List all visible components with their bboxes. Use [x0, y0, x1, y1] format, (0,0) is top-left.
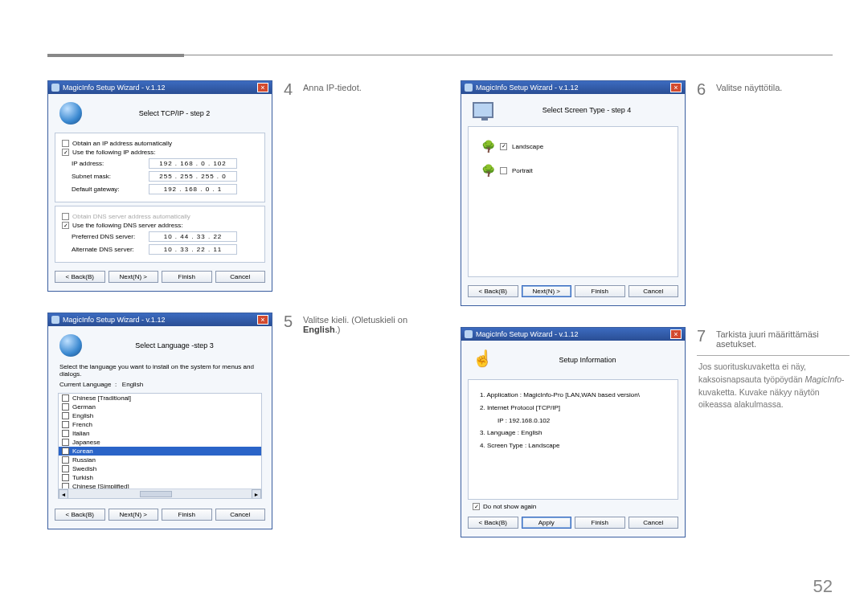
language-label: Turkish — [72, 474, 93, 481]
note-part1: Jos suorituskuvaketta ei näy, kaksoisnap… — [698, 362, 806, 384]
finish-button[interactable]: Finish — [162, 271, 212, 283]
step5-c: .) — [335, 325, 341, 334]
use-ip-row[interactable]: Use the following IP address: — [62, 149, 258, 156]
info-screen-type: 4. Screen Type : Landscape — [480, 441, 666, 452]
apply-button[interactable]: Apply — [522, 517, 572, 529]
tree-icon: 🌳 — [481, 164, 495, 177]
tree-icon: 🌳 — [481, 140, 495, 153]
language-option[interactable]: English — [59, 411, 261, 420]
window-title: MagicInfo Setup Wizard - v.1.12 — [476, 330, 578, 338]
step-number: 5 — [284, 313, 295, 539]
language-label: Russian — [72, 456, 96, 464]
checkbox-icon — [62, 447, 69, 455]
pref-dns-label: Preferred DNS server: — [72, 233, 149, 240]
step-4-caption: 4 Anna IP-tiedot. — [284, 80, 444, 301]
close-button[interactable]: × — [257, 315, 268, 325]
language-option[interactable]: Swedish — [59, 464, 261, 473]
titlebar: MagicInfo Setup Wizard - v.1.12 × — [461, 81, 685, 94]
footnote: Jos suorituskuvaketta ei näy, kaksoisnap… — [697, 355, 850, 411]
portrait-option[interactable]: 🌳 Portrait — [481, 164, 669, 177]
window-setup-info: MagicInfo Setup Wizard - v.1.12 × ☝ Setu… — [461, 327, 686, 537]
cancel-button[interactable]: Cancel — [215, 509, 266, 521]
panel-title: Select Screen Type - step 4 — [500, 106, 674, 114]
scroll-left-button[interactable]: ◄ — [59, 489, 68, 499]
use-dns-label: Use the following DNS server address: — [72, 222, 182, 229]
step5-b: English — [303, 325, 335, 334]
dont-show-label: Do not show again — [483, 503, 536, 510]
auto-ip-row[interactable]: Obtain an IP address automatically — [62, 140, 258, 147]
language-option[interactable]: German — [59, 403, 261, 411]
pref-dns-row: Preferred DNS server: 10 . 44 . 33 . 22 — [72, 231, 258, 242]
gateway-field[interactable]: 192 . 168 . 0 . 1 — [149, 184, 237, 194]
alt-dns-field[interactable]: 10 . 33 . 22 . 11 — [149, 244, 237, 255]
language-option[interactable]: French — [59, 420, 261, 429]
titlebar: MagicInfo Setup Wizard - v.1.12 × — [48, 81, 272, 94]
step-text: Anna IP-tiedot. — [303, 80, 444, 301]
panel-header: Select Language -step 3 — [51, 329, 268, 362]
checkbox-icon — [500, 143, 507, 150]
close-button[interactable]: × — [670, 329, 682, 339]
button-row: < Back(B) Next(N) > Finish Cancel — [51, 504, 268, 525]
step-text: Valitse kieli. (Oletuskieli on English.) — [303, 313, 444, 539]
subnet-field[interactable]: 255 . 255 . 255 . 0 — [149, 171, 237, 182]
back-button[interactable]: < Back(B) — [468, 517, 518, 529]
panel-title: Select Language -step 3 — [88, 341, 260, 349]
next-button[interactable]: Next(N) > — [108, 271, 159, 283]
horizontal-scrollbar[interactable]: ◄ ► — [59, 488, 261, 498]
pref-dns-field[interactable]: 10 . 44 . 33 . 22 — [149, 231, 237, 242]
window-body: Select Language -step 3 Select the langu… — [48, 326, 272, 529]
back-button[interactable]: < Back(B) — [55, 271, 105, 283]
finish-button[interactable]: Finish — [575, 285, 625, 297]
app-icon — [465, 330, 473, 338]
cancel-button[interactable]: Cancel — [628, 517, 679, 529]
ip-label: IP address: — [72, 160, 149, 167]
button-row: < Back(B) Apply Finish Cancel — [465, 512, 682, 533]
checkbox-icon — [62, 394, 69, 402]
info-ip: IP : 192.168.0.102 — [497, 416, 666, 427]
auto-ip-label: Obtain an IP address automatically — [72, 140, 172, 147]
scroll-right-button[interactable]: ► — [252, 489, 261, 499]
portrait-label: Portrait — [512, 167, 533, 174]
finish-button[interactable]: Finish — [575, 517, 625, 529]
language-label: Italian — [72, 430, 89, 437]
subnet-row: Subnet mask: 255 . 255 . 255 . 0 — [72, 171, 258, 182]
checkbox-icon — [62, 465, 69, 472]
monitor-icon — [473, 102, 493, 118]
landscape-option[interactable]: 🌳 Landscape — [481, 140, 669, 153]
language-option[interactable]: Japanese — [59, 438, 261, 447]
back-button[interactable]: < Back(B) — [55, 509, 105, 521]
step-7-pair: MagicInfo Setup Wizard - v.1.12 × ☝ Setu… — [461, 327, 858, 547]
dont-show-row[interactable]: Do not show again — [473, 503, 682, 510]
current-language-value: English — [122, 381, 143, 388]
close-button[interactable]: × — [670, 83, 682, 92]
cancel-button[interactable]: Cancel — [215, 271, 266, 283]
use-dns-row[interactable]: Use the following DNS server address: — [62, 222, 258, 229]
subnet-label: Subnet mask: — [72, 173, 149, 180]
close-button[interactable]: × — [257, 83, 268, 92]
language-option[interactable]: Italian — [59, 429, 261, 438]
back-button[interactable]: < Back(B) — [468, 285, 518, 297]
note-brand: MagicInfo — [805, 374, 842, 384]
next-button[interactable]: Next(N) > — [522, 285, 572, 297]
language-label: Korean — [72, 447, 93, 455]
language-option[interactable]: Korean — [59, 447, 261, 456]
next-button[interactable]: Next(N) > — [108, 509, 159, 521]
cancel-button[interactable]: Cancel — [628, 285, 679, 297]
language-option[interactable]: Turkish — [59, 473, 261, 482]
window-tcpip: MagicInfo Setup Wizard - v.1.12 × Select… — [47, 80, 272, 292]
scroll-thumb[interactable] — [140, 491, 172, 497]
checkbox-icon — [62, 149, 69, 156]
gateway-label: Default gateway: — [72, 186, 149, 193]
language-option[interactable]: Russian — [59, 456, 261, 464]
language-listbox[interactable]: Chinese [Traditional]GermanEnglishFrench… — [58, 393, 262, 499]
finish-button[interactable]: Finish — [162, 509, 212, 521]
auto-dns-row: Obtain DNS server address automatically — [62, 213, 258, 220]
panel-header: ☝ Setup Information — [465, 344, 682, 376]
ip-row: IP address: 192 . 168 . 0 . 102 — [72, 158, 258, 169]
language-description: Select the language you want to install … — [51, 362, 268, 379]
language-label: French — [72, 421, 92, 428]
ip-group: Obtain an IP address automatically Use t… — [55, 133, 265, 202]
step-number: 7 — [697, 327, 708, 349]
ip-field[interactable]: 192 . 168 . 0 . 102 — [149, 158, 237, 169]
language-option[interactable]: Chinese [Traditional] — [59, 394, 261, 403]
